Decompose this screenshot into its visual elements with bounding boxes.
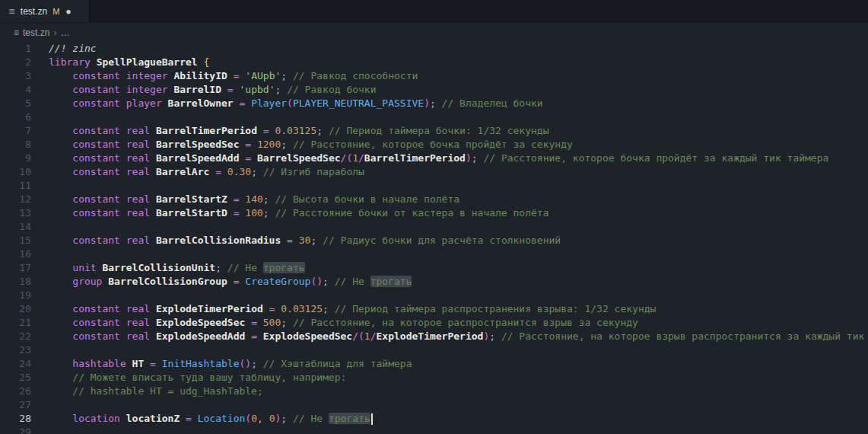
code-line[interactable]: 4 constant integer BarrelID = 'upbd'; //… xyxy=(0,83,868,97)
tab-bar: ≡ test.zn M ● xyxy=(0,0,868,23)
line-number: 19 xyxy=(0,289,31,302)
code-line-text: library SpellPlagueBarrel { xyxy=(49,56,209,69)
code-line[interactable]: 28 location locationZ = Location(0, 0); … xyxy=(0,412,868,426)
code-line-text: constant integer BarrelID = 'upbd'; // Р… xyxy=(49,83,377,97)
code-line-text: constant real BarrelSpeedSec = 1200; // … xyxy=(49,138,573,152)
code-line[interactable]: 26 // hashtable HT = udg_HashTable; xyxy=(0,385,868,398)
code-line[interactable]: 16 xyxy=(0,247,868,261)
chevron-right-icon: › xyxy=(53,27,56,38)
code-line-text: constant real ExplodeSpeedSec = 500; // … xyxy=(49,316,638,330)
code-line[interactable]: 7 constant real BarrelTimerPeriod = 0.03… xyxy=(0,124,868,138)
line-number: 2 xyxy=(0,56,31,69)
code-line[interactable]: 6 xyxy=(0,110,868,124)
code-line[interactable]: 17 unit BarrelCollisionUnit; // Не трога… xyxy=(0,261,868,275)
line-number: 25 xyxy=(0,371,31,385)
code-area: 1//! zinc2library SpellPlagueBarrel {3 c… xyxy=(0,42,868,434)
code-line-text: constant real ExplodeSpeedAdd = ExplodeS… xyxy=(49,330,868,343)
code-line[interactable]: 25 // Можете вписать туда вашу таблицу, … xyxy=(0,371,868,385)
line-number: 17 xyxy=(0,261,31,275)
tab-test-zn[interactable]: ≡ test.zn M ● xyxy=(0,0,90,22)
line-number: 11 xyxy=(0,179,31,193)
line-number: 8 xyxy=(0,138,31,152)
text-cursor xyxy=(371,413,373,425)
line-number: 1 xyxy=(0,42,31,56)
line-number: 16 xyxy=(0,247,31,261)
code-line-text: hashtable HT = InitHashtable(); // Хэшта… xyxy=(49,357,412,371)
line-number: 21 xyxy=(0,316,31,330)
code-line-text: location locationZ = Location(0, 0); // … xyxy=(49,412,373,426)
unsaved-dot-icon[interactable]: ● xyxy=(66,8,70,15)
git-modified-badge: M xyxy=(52,7,59,16)
code-line[interactable]: 9 constant real BarrelSpeedAdd = BarrelS… xyxy=(0,152,868,165)
breadcrumb-file[interactable]: test.zn xyxy=(23,27,49,38)
line-number: 13 xyxy=(0,206,31,220)
line-number: 27 xyxy=(0,398,31,412)
code-line[interactable]: 1//! zinc xyxy=(0,42,868,56)
code-line-text: //! zinc xyxy=(49,42,97,56)
line-number: 14 xyxy=(0,220,31,234)
code-line[interactable]: 15 constant real BarrelCollisionRadius =… xyxy=(0,234,868,247)
line-number: 3 xyxy=(0,69,31,83)
line-number: 12 xyxy=(0,193,31,206)
code-line[interactable]: 27 xyxy=(0,398,868,412)
line-number: 23 xyxy=(0,343,31,357)
code-line[interactable]: 18 group BarrelCollisionGroup = CreateGr… xyxy=(0,275,868,289)
code-editor[interactable]: 1//! zinc2library SpellPlagueBarrel {3 c… xyxy=(0,42,868,434)
line-number: 26 xyxy=(0,385,31,398)
line-number: 18 xyxy=(0,275,31,289)
breadcrumb: ≡ test.zn › … xyxy=(0,23,868,42)
code-line[interactable]: 21 constant real ExplodeSpeedSec = 500; … xyxy=(0,316,868,330)
file-icon: ≡ xyxy=(14,27,19,38)
line-number: 28 xyxy=(0,412,31,426)
code-line-text: constant real ExplodeTimerPeriod = 0.031… xyxy=(49,302,656,316)
code-line-text: constant real BarrelSpeedAdd = BarrelSpe… xyxy=(49,152,828,165)
line-number: 7 xyxy=(0,124,31,138)
code-line-text: constant real BarrelTimerPeriod = 0.0312… xyxy=(49,124,549,138)
line-number: 22 xyxy=(0,330,31,343)
code-line-text: constant real BarrelStartZ = 140; // Выс… xyxy=(49,193,459,206)
code-line[interactable]: 11 xyxy=(0,179,868,193)
line-number: 9 xyxy=(0,152,31,165)
code-line-text: group BarrelCollisionGroup = CreateGroup… xyxy=(49,275,412,289)
code-line-text: constant real BarrelStartD = 100; // Рас… xyxy=(49,206,548,220)
code-line-text: constant integer AbilityID = 'AUpb'; // … xyxy=(49,69,418,83)
word-highlight: трогать xyxy=(263,262,305,273)
line-number: 6 xyxy=(0,110,31,124)
code-line[interactable]: 10 constant real BarrelArc = 0.30; // Из… xyxy=(0,165,868,179)
code-line[interactable]: 24 hashtable HT = InitHashtable(); // Хэ… xyxy=(0,357,868,371)
code-line-text: constant player BarrelOwner = Player(PLA… xyxy=(49,97,543,110)
code-line-text: constant real BarrelArc = 0.30; // Изгиб… xyxy=(49,165,364,179)
line-number: 24 xyxy=(0,357,31,371)
code-line[interactable]: 12 constant real BarrelStartZ = 140; // … xyxy=(0,193,868,206)
code-line-text: // Можете вписать туда вашу таблицу, нап… xyxy=(49,371,346,385)
line-number: 4 xyxy=(0,83,31,97)
code-line[interactable]: 29 xyxy=(0,426,868,434)
word-highlight: трогать xyxy=(370,276,412,287)
code-line[interactable]: 2library SpellPlagueBarrel { xyxy=(0,56,868,69)
code-line-text: // hashtable HT = udg_HashTable; xyxy=(49,385,263,398)
code-line[interactable]: 19 xyxy=(0,289,868,302)
code-line-text: unit BarrelCollisionUnit; // Не трогать xyxy=(49,261,305,275)
line-number: 20 xyxy=(0,302,31,316)
code-line[interactable]: 5 constant player BarrelOwner = Player(P… xyxy=(0,97,868,110)
tab-label: test.zn xyxy=(21,6,47,17)
line-number: 15 xyxy=(0,234,31,247)
line-number: 29 xyxy=(0,426,31,434)
line-number: 5 xyxy=(0,97,31,110)
code-line[interactable]: 8 constant real BarrelSpeedSec = 1200; /… xyxy=(0,138,868,152)
file-icon: ≡ xyxy=(9,6,15,16)
breadcrumb-ellipsis[interactable]: … xyxy=(61,27,70,38)
code-line-text: constant real BarrelCollisionRadius = 30… xyxy=(49,234,561,247)
code-line[interactable]: 3 constant integer AbilityID = 'AUpb'; /… xyxy=(0,69,868,83)
code-line[interactable]: 23 xyxy=(0,343,868,357)
code-line[interactable]: 22 constant real ExplodeSpeedAdd = Explo… xyxy=(0,330,868,343)
code-line[interactable]: 13 constant real BarrelStartD = 100; // … xyxy=(0,206,868,220)
code-line[interactable]: 20 constant real ExplodeTimerPeriod = 0.… xyxy=(0,302,868,316)
line-number: 10 xyxy=(0,165,31,179)
code-line[interactable]: 14 xyxy=(0,220,868,234)
word-highlight: трогать xyxy=(329,413,370,424)
